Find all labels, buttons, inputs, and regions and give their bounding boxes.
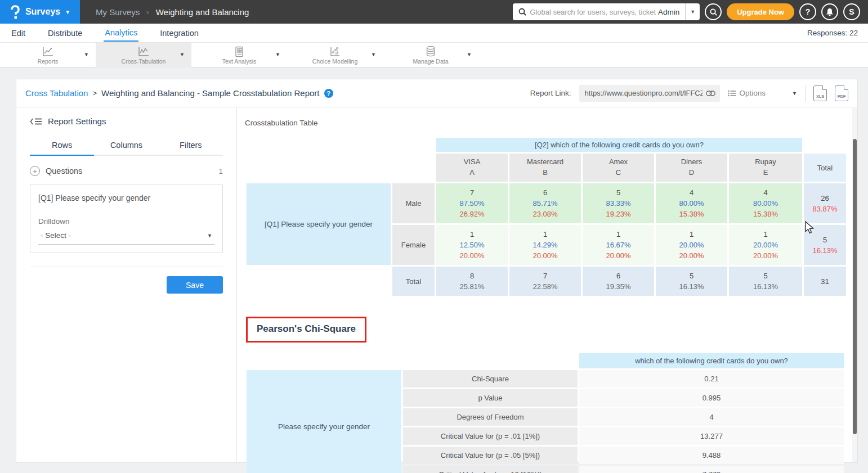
report-link-url[interactable]: https://www.questionpro.com/t/lFFCZg <box>585 89 703 97</box>
row-label-male: Male <box>392 183 435 223</box>
drilldown-label: Drilldown <box>38 217 214 226</box>
link-icon[interactable] <box>706 91 715 96</box>
chevron-down-icon[interactable]: ▼ <box>371 52 376 57</box>
product-name: Surveys <box>25 7 60 17</box>
search-scope-selector[interactable]: Admin <box>656 8 685 16</box>
chi-label-critical-10pct: Critical Value for (p = .10 [10%]) <box>403 466 578 473</box>
pearson-chi-square-title: Pearson's Chi-Square <box>257 323 356 335</box>
topbar-actions: Admin ▼ Upgrade Now ? S <box>513 3 868 20</box>
save-button[interactable]: Save <box>167 276 223 294</box>
column-header-mastercard: MastercardB <box>509 154 581 182</box>
row-label-total: Total <box>392 267 435 296</box>
nav-edit[interactable]: Edit <box>10 25 26 41</box>
add-question-icon[interactable]: + <box>30 166 40 176</box>
cell-grand-total: 31 <box>804 267 846 296</box>
toolbar-reports[interactable]: Reports ▼ <box>0 43 96 67</box>
app-logo[interactable]: Surveys ▼ <box>0 0 80 24</box>
report-link-field[interactable]: https://www.questionpro.com/t/lFFCZg <box>579 85 720 102</box>
chevron-down-icon: ▼ <box>207 233 212 238</box>
options-label: Options <box>740 89 766 97</box>
title-help-icon[interactable]: ? <box>324 89 333 98</box>
tab-columns[interactable]: Columns <box>94 136 158 155</box>
chi-value-critical-1pct: 13.277 <box>579 427 844 445</box>
pdf-icon-label: PDF <box>838 94 845 99</box>
report-link-label: Report Link: <box>530 89 571 97</box>
chi-value-critical-10pct: 7.779 <box>579 466 844 473</box>
collapse-panel-icon <box>30 118 42 125</box>
help-button[interactable]: ? <box>799 3 816 20</box>
chi-label-chi-square: Chi-Square <box>403 370 578 388</box>
cell-male-rupay: 4 80.00% 15.38% <box>729 183 802 223</box>
crosstab-content: Crosstabulation Table [Q2] which of the … <box>237 107 857 463</box>
search-scope-caret-icon[interactable]: ▼ <box>685 3 700 20</box>
search-input[interactable] <box>530 8 656 16</box>
chevron-down-icon[interactable]: ▼ <box>84 52 89 57</box>
questions-label: Questions <box>46 166 82 175</box>
toolbar-choice-modelling-label: Choice Modelling <box>312 58 358 65</box>
pearson-chi-square-highlight: Pearson's Chi-Square <box>246 317 366 343</box>
cell-male-amex: 5 83.33% 19.23% <box>583 183 654 223</box>
report-body: Report Settings Rows Columns Filters + Q… <box>16 107 857 463</box>
export-xls-button[interactable]: XLS <box>813 85 827 101</box>
toolbar-manage-data[interactable]: Manage Data ▼ <box>383 43 478 67</box>
toolbar-text-analysis[interactable]: Text Analysis ▼ <box>191 43 287 67</box>
cell-total-visa: 8 25.81% <box>436 267 508 296</box>
report-header-actions: Report Link: https://www.questionpro.com… <box>530 85 848 102</box>
breadcrumb-my-surveys[interactable]: My Surveys <box>96 7 140 17</box>
questionpro-logo-icon <box>10 4 21 19</box>
page-background: Cross Tabulation > Weighting and Balanci… <box>0 67 868 473</box>
export-pdf-button[interactable]: PDF <box>835 85 848 101</box>
chevron-down-icon[interactable]: ▼ <box>467 52 472 57</box>
column-header-rupay: RupayE <box>729 154 802 182</box>
breadcrumb-cross-tabulation[interactable]: Cross Tabulation <box>25 88 88 98</box>
collapse-panel-icon[interactable] <box>30 118 42 125</box>
chi-label-critical-1pct: Critical Value for (p = .01 [1%]) <box>403 427 578 445</box>
chi-label-dof: Degrees of Freedom <box>403 408 578 426</box>
chevron-down-icon[interactable]: ▼ <box>792 91 797 96</box>
tab-rows[interactable]: Rows <box>30 136 94 155</box>
chi-value-dof: 4 <box>579 408 844 426</box>
nav-distribute[interactable]: Distribute <box>47 25 83 41</box>
toolbar-cross-tabulation[interactable]: Cross-Tabulation ▼ <box>96 43 191 67</box>
chi-stub: Please specify your gender <box>247 370 401 473</box>
breadcrumb-separator-icon: › <box>146 8 149 16</box>
chi-label-p-value: p Value <box>403 389 578 407</box>
document-grid-icon <box>234 46 245 57</box>
toolbar-choice-modelling[interactable]: Choice Modelling ▼ <box>287 43 383 67</box>
divider <box>30 267 223 267</box>
chevron-down-icon[interactable]: ▼ <box>180 52 185 57</box>
tab-filters[interactable]: Filters <box>159 136 223 155</box>
options-button[interactable]: Options ▼ <box>728 89 797 97</box>
cell-female-amex: 1 16.67% 20.00% <box>583 225 654 265</box>
nav-analytics[interactable]: Analytics <box>104 24 138 42</box>
cell-male-diners: 4 80.00% 15.38% <box>656 183 727 223</box>
cell-female-total: 5 16.13% <box>804 225 846 265</box>
nav-integration[interactable]: Integration <box>159 25 200 41</box>
upgrade-now-button[interactable]: Upgrade Now <box>727 3 794 20</box>
report-card: Cross Tabulation > Weighting and Balanci… <box>16 79 858 463</box>
column-header-diners: DinersD <box>656 154 727 182</box>
drilldown-select[interactable]: - Select - ▼ <box>38 231 214 245</box>
cell-total-diners: 5 16.13% <box>656 267 727 296</box>
panel-title: Report Settings <box>48 116 106 126</box>
notifications-button[interactable] <box>821 3 838 20</box>
cell-female-diners: 1 20.00% 20.00% <box>656 225 727 265</box>
responses-count: Responses: 22 <box>807 29 858 37</box>
scrollbar-thumb[interactable] <box>853 139 857 434</box>
search-button[interactable] <box>705 3 722 20</box>
chevron-down-icon[interactable]: ▼ <box>275 52 280 57</box>
avatar[interactable]: S <box>843 3 860 20</box>
global-search: Admin ▼ <box>513 3 700 20</box>
cell-female-visa: 1 12.50% 20.00% <box>436 225 508 265</box>
row-label-female: Female <box>392 225 435 265</box>
cell-total-mastercard: 7 22.58% <box>509 267 581 296</box>
scrollbar-track[interactable] <box>852 108 857 462</box>
drilldown-value: - Select - <box>41 231 71 240</box>
question-item[interactable]: [Q1] Please specify your gender Drilldow… <box>30 184 223 253</box>
chi-square-table: which of the following credit cards do y… <box>245 352 845 473</box>
column-header-amex: AmexC <box>583 154 654 182</box>
line-chart-icon <box>137 46 150 57</box>
toolbar-cross-tabulation-label: Cross-Tabulation <box>122 58 166 65</box>
questions-count: 1 <box>218 167 223 175</box>
search-icon <box>518 8 526 16</box>
